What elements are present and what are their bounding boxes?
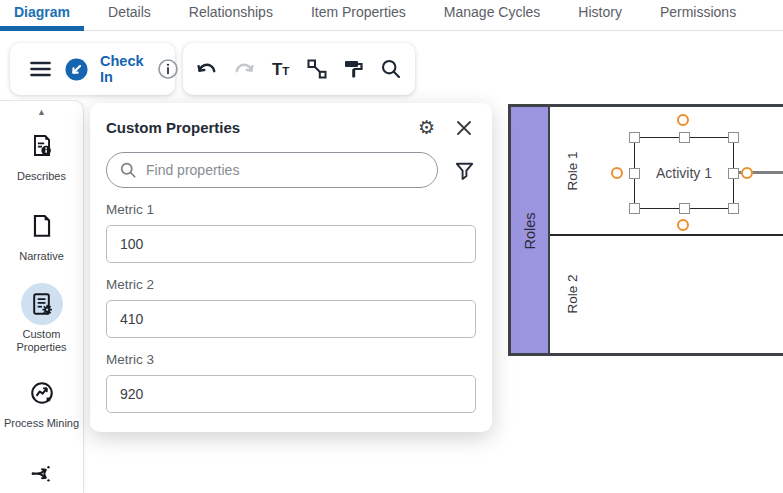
tab-details[interactable]: Details [94,0,165,31]
app-window: Diagram Details Relationships Item Prope… [0,0,783,493]
redo-icon[interactable] [232,57,256,81]
document-icon [21,205,63,247]
branch-arrows-icon [21,452,63,493]
connection-point-bottom[interactable] [677,219,689,231]
gear-icon[interactable]: ⚙ [418,118,435,137]
info-icon[interactable] [156,57,180,81]
pool-header-band[interactable]: Roles [511,107,550,353]
resize-handle-se[interactable] [728,203,739,214]
activity-shape[interactable]: Activity 1 [634,137,734,209]
metric-2-label: Metric 2 [106,277,476,292]
metric-2-input[interactable] [106,300,476,338]
panel-title: Custom Properties [106,119,418,136]
connection-point-left[interactable] [611,167,623,179]
sidebar-item-describes[interactable]: Describes [3,125,81,183]
metric-2-field: Metric 2 [106,277,476,338]
menu-icon[interactable] [28,57,52,81]
sidebar-item-narrative[interactable]: Narrative [3,205,81,263]
tab-relationships[interactable]: Relationships [175,0,287,31]
panel-header: Custom Properties ⚙ [106,114,476,141]
search-input[interactable] [146,162,425,178]
diagram-toolbar: TT [183,43,415,95]
metric-3-label: Metric 3 [106,352,476,367]
close-icon[interactable] [452,116,476,140]
custom-properties-panel: Custom Properties ⚙ Metric 1 Metric 2 Me… [90,103,492,432]
check-in-button[interactable]: Check In [100,53,144,85]
resize-handle-nw[interactable] [629,132,640,143]
resize-handle-sw[interactable] [629,203,640,214]
diagram-sidebar: ▲ Describes Narrative Custom Properties … [0,100,84,493]
sidebar-item-paths[interactable]: Paths [3,452,81,493]
format-painter-icon[interactable] [342,57,366,81]
sidebar-item-label: Narrative [19,250,64,263]
tab-history[interactable]: History [564,0,636,31]
sidebar-item-label: Custom Properties [3,328,81,354]
search-icon [119,161,137,179]
resize-handle-s[interactable] [679,203,690,214]
metric-1-field: Metric 1 [106,202,476,263]
lane-label: Role 2 [565,274,580,313]
connection-point-right[interactable] [741,167,753,179]
scroll-up-icon[interactable]: ▲ [37,107,46,117]
activity-label: Activity 1 [656,165,712,181]
undo-icon[interactable] [195,57,219,81]
search-row [106,152,476,188]
connector-icon[interactable] [305,57,329,81]
lane-label: Role 1 [565,151,580,190]
metric-3-field: Metric 3 [106,352,476,413]
pool-label: Roles [522,212,538,249]
checkin-toolbar: Check In [10,43,175,95]
tab-manage-cycles[interactable]: Manage Cycles [430,0,555,31]
metric-1-label: Metric 1 [106,202,476,217]
filter-icon[interactable] [452,158,476,182]
text-style-icon[interactable]: TT [269,57,293,81]
zoom-icon[interactable] [379,57,403,81]
tab-item-properties[interactable]: Item Properties [297,0,420,31]
search-field[interactable] [106,152,438,188]
metric-1-input[interactable] [106,225,476,263]
tab-permissions[interactable]: Permissions [646,0,750,31]
sidebar-item-label: Describes [17,170,66,183]
sidebar-item-custom-properties[interactable]: Custom Properties [3,283,81,354]
connection-point-top[interactable] [677,114,689,126]
sidebar-item-label: Process Mining [4,417,79,430]
tab-bar: Diagram Details Relationships Item Prope… [0,0,783,31]
resize-handle-ne[interactable] [728,132,739,143]
trend-circle-icon [21,372,63,414]
sidebar-item-process-mining[interactable]: Process Mining [3,372,81,430]
resize-handle-e[interactable] [728,168,739,179]
check-in-icon[interactable] [64,57,88,81]
tab-diagram[interactable]: Diagram [0,0,84,31]
document-gear-icon [21,283,63,325]
resize-handle-w[interactable] [629,168,640,179]
resize-handle-n[interactable] [679,132,690,143]
metric-3-input[interactable] [106,375,476,413]
document-info-icon [21,125,63,167]
lane-role-2[interactable]: Role 2 [550,236,783,353]
